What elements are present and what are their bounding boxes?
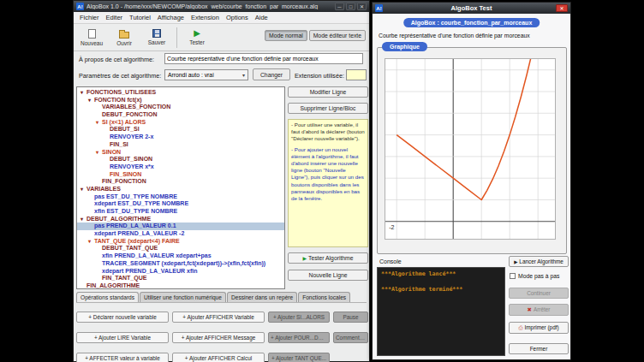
tree-line[interactable]: xfin EST_DU_TYPE NOMBRE bbox=[77, 208, 284, 216]
about-label: À propos de cet algorithme: bbox=[79, 56, 154, 63]
play-icon: ▶ bbox=[514, 259, 517, 264]
tree-line[interactable]: xdepart PREND_LA_VALEUR -2 bbox=[77, 230, 284, 238]
tree-line[interactable]: FIN_FONCTION bbox=[77, 178, 284, 186]
console-line bbox=[381, 278, 501, 286]
test-titlebar[interactable]: A! AlgoBox Test ✕ bbox=[373, 3, 570, 14]
menu-editer[interactable]: Editer bbox=[103, 13, 127, 22]
lancer-algorithme-button[interactable]: ▶Lancer Algorithme bbox=[509, 256, 569, 267]
tree-line[interactable]: FIN_ALGORITHME bbox=[77, 282, 284, 289]
maximize-icon[interactable]: □ bbox=[346, 3, 355, 10]
tree-expand-icon[interactable]: ▾ bbox=[88, 97, 94, 104]
tree-line[interactable]: RENVOYER x*x bbox=[77, 163, 284, 171]
tree-expand-icon[interactable]: ▾ bbox=[80, 89, 86, 97]
arrondi-select[interactable]: Arrondi auto : vrai ▾ bbox=[164, 69, 248, 80]
main-titlebar[interactable]: A! AlgoBox 1.0 - /home/xxx/NEWCOMP/algob… bbox=[74, 1, 369, 12]
op-button[interactable]: + Ajouter AFFICHER Message bbox=[172, 332, 265, 343]
mode-pas-a-pas-label: Mode pas à pas bbox=[518, 273, 559, 279]
tree-line[interactable]: FIN_SINON bbox=[77, 171, 284, 179]
fermer-button[interactable]: Fermer bbox=[509, 343, 569, 354]
tree-expand-icon[interactable]: ▾ bbox=[88, 238, 94, 246]
tree-expand-icon[interactable]: ▾ bbox=[96, 119, 102, 127]
console-line: ***Algorithme terminé*** bbox=[381, 286, 501, 294]
tree-line[interactable]: ▾SI (x<1) ALORS bbox=[77, 119, 284, 127]
tree-line[interactable]: DEBUT_FONCTION bbox=[77, 111, 284, 119]
tree-line[interactable]: FIN_SI bbox=[77, 141, 284, 149]
tree-expand-icon[interactable]: ▾ bbox=[80, 186, 86, 193]
tree-line[interactable]: ▾FONCTION fct(x) bbox=[77, 97, 284, 104]
menu-extension[interactable]: Extension bbox=[188, 13, 223, 22]
tree-line[interactable]: pas EST_DU_TYPE NOMBRE bbox=[77, 193, 284, 201]
tester-algorithme-button[interactable]: ▶Tester Algorithme bbox=[288, 252, 368, 264]
menu-tutoriel[interactable]: Tutoriel bbox=[126, 13, 154, 22]
tree-line-text: xdepart PREND_LA_VALEUR xfin bbox=[102, 268, 198, 274]
tab-fonctions-locales[interactable]: Fonctions locales bbox=[298, 292, 350, 302]
tree-line[interactable]: ▾TANT_QUE (xdepart<4) FAIRE bbox=[77, 238, 284, 246]
supprimer-ligne-bloc-button[interactable]: Supprimer Ligne/Bloc bbox=[288, 103, 368, 114]
arreter-label: Arrêter bbox=[534, 306, 551, 312]
tree-line[interactable]: DEBUT_TANT_QUE bbox=[77, 245, 284, 252]
modifier-ligne-button[interactable]: Modifier Ligne bbox=[288, 86, 368, 98]
toolbar: Nouveau Ouvrir Sauver ▶ Tester Mode norm… bbox=[74, 24, 369, 51]
op-button[interactable]: + AFFECTER valeur à variable bbox=[76, 353, 169, 362]
op-button[interactable]: + Ajouter AFFICHER Variable bbox=[172, 312, 265, 323]
tree-expand-icon[interactable]: ▾ bbox=[80, 216, 86, 223]
nouveau-label: Nouveau bbox=[80, 40, 103, 46]
operations-cell: + Ajouter AFFICHER Message bbox=[172, 328, 265, 343]
tree-line[interactable]: DEBUT_SI bbox=[77, 126, 284, 134]
tree-line[interactable]: ▾DEBUT_ALGORITHME bbox=[77, 216, 284, 223]
mode-normal-button[interactable]: Mode normal bbox=[265, 30, 307, 41]
op-button[interactable]: + Déclarer nouvelle variable bbox=[76, 312, 169, 323]
tree-line[interactable]: ▾FONCTIONS_UTILISEES bbox=[77, 89, 284, 97]
op-button[interactable]: + Ajouter AFFICHER Calcul bbox=[172, 353, 265, 362]
tree-line-text: xfin EST_DU_TYPE NOMBRE bbox=[94, 208, 177, 214]
operations-row: + Ajouter LIRE Variable+ Ajouter AFFICHE… bbox=[76, 328, 367, 343]
tree-line[interactable]: FIN_TANT_QUE bbox=[77, 275, 284, 282]
tree-line[interactable]: RENVOYER 2-x bbox=[77, 134, 284, 141]
sauver-button[interactable]: Sauver bbox=[142, 25, 171, 50]
tab-op-rations-standards[interactable]: Opérations standards bbox=[76, 292, 139, 302]
tester-algorithme-label: Tester Algorithme bbox=[308, 255, 354, 261]
tree-expand-icon[interactable]: ▾ bbox=[96, 149, 102, 157]
tree-line-text: pas EST_DU_TYPE NOMBRE bbox=[94, 193, 177, 199]
tree-line[interactable]: TRACER_SEGMENT (xdepart,fct(xdepart))->(… bbox=[77, 260, 284, 268]
menu-affichage[interactable]: Affichage bbox=[154, 13, 188, 22]
tree-line-text: FONCTIONS_UTILISEES bbox=[86, 89, 156, 95]
imprimer-pdf-button[interactable]: ⎙Imprimer (pdf) bbox=[509, 322, 569, 334]
minimize-icon[interactable]: ─ bbox=[335, 3, 344, 10]
tree-line[interactable]: xfin PREND_LA_VALEUR xdepart+pas bbox=[77, 252, 284, 260]
nouvelle-ligne-button[interactable]: Nouvelle Ligne bbox=[288, 270, 368, 281]
plot-area[interactable]: -2 bbox=[385, 58, 556, 240]
op-button[interactable]: + Ajouter LIRE Variable bbox=[76, 332, 169, 343]
tree-line[interactable]: pas PREND_LA_VALEUR 0.1 bbox=[77, 223, 284, 230]
tree-line[interactable]: xdepart PREND_LA_VALEUR xfin bbox=[77, 268, 284, 276]
algorithm-tree[interactable]: ▾FONCTIONS_UTILISEES▾FONCTION fct(x)VARI… bbox=[76, 86, 285, 289]
tree-line-text: xdepart PREND_LA_VALEUR -2 bbox=[94, 230, 184, 236]
menu-options[interactable]: Options bbox=[223, 13, 252, 22]
save-disk-icon bbox=[152, 29, 161, 38]
mode-pas-a-pas-option[interactable]: Mode pas à pas bbox=[510, 273, 559, 279]
svg-text:-2: -2 bbox=[389, 224, 394, 230]
tree-line[interactable]: ▾SINON bbox=[77, 149, 284, 157]
close-icon[interactable]: ✕ bbox=[556, 4, 568, 12]
checkbox-icon[interactable] bbox=[510, 273, 516, 279]
tree-line-text: pas PREND_LA_VALEUR 0.1 bbox=[94, 223, 176, 228]
close-icon[interactable]: ✕ bbox=[357, 3, 367, 10]
tree-line[interactable]: ▾VARIABLES bbox=[77, 186, 284, 193]
changer-button[interactable]: Changer bbox=[253, 68, 290, 80]
graph-svg: -2 bbox=[385, 59, 555, 239]
nouveau-button[interactable]: Nouveau bbox=[77, 25, 106, 50]
tree-line[interactable]: VARIABLES_FONCTION bbox=[77, 104, 284, 111]
tree-line[interactable]: xdepart EST_DU_TYPE NOMBRE bbox=[77, 200, 284, 208]
tree-line[interactable]: DEBUT_SINON bbox=[77, 156, 284, 163]
menu-fichier[interactable]: Fichier bbox=[76, 13, 103, 22]
tab-utiliser-une-fonction-num-rique[interactable]: Utiliser une fonction numérique bbox=[140, 292, 226, 302]
menu-aide[interactable]: Aide bbox=[252, 13, 271, 22]
tree-line-text: xdepart EST_DU_TYPE NOMBRE bbox=[94, 200, 188, 206]
new-document-icon bbox=[88, 29, 96, 39]
about-input[interactable] bbox=[164, 53, 363, 64]
ouvrir-button[interactable]: Ouvrir bbox=[110, 25, 139, 50]
tab-dessiner-dans-un-rep-re[interactable]: Dessiner dans un repère bbox=[227, 292, 297, 302]
extension-input[interactable] bbox=[346, 69, 367, 80]
mode-editeur-texte-button[interactable]: Mode éditeur texte bbox=[309, 30, 366, 41]
tester-button[interactable]: ▶ Tester bbox=[182, 25, 212, 50]
